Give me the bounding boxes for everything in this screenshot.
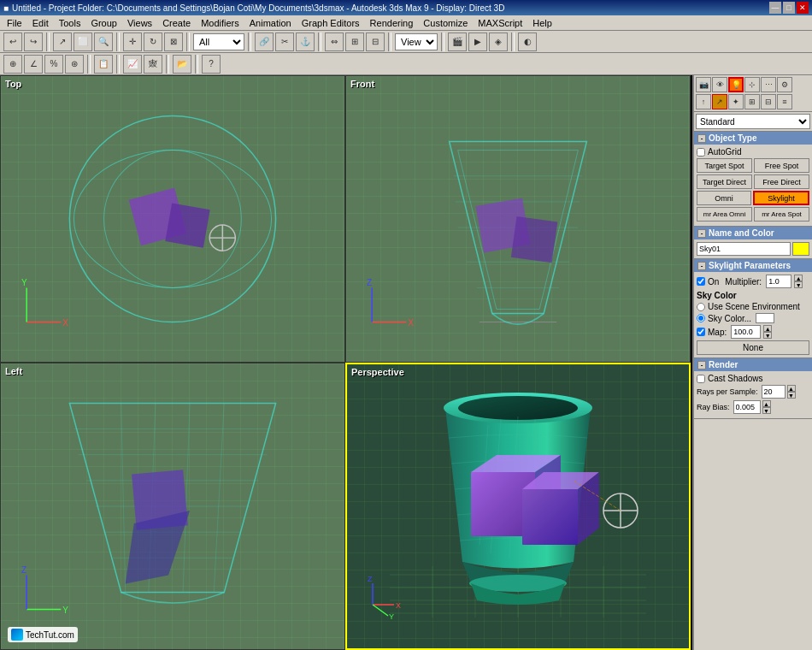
- panel-nav-2[interactable]: ↗: [712, 94, 727, 109]
- sky-color-swatch[interactable]: [756, 313, 774, 323]
- schematic-view-button[interactable]: 🕸: [144, 55, 162, 74]
- rays-down[interactable]: ▼: [787, 392, 796, 399]
- autogrid-checkbox[interactable]: [697, 148, 705, 157]
- menu-help[interactable]: Help: [527, 15, 557, 30]
- menu-edit[interactable]: Edit: [27, 15, 54, 30]
- object-name-input[interactable]: [697, 242, 791, 256]
- skylight-params-header[interactable]: - Skylight Parameters: [694, 259, 812, 272]
- render-collapse[interactable]: -: [697, 361, 706, 369]
- quick-render-button[interactable]: ▶: [468, 32, 487, 51]
- bind-button[interactable]: ⚓: [296, 32, 315, 51]
- object-type-collapse[interactable]: -: [697, 134, 706, 143]
- rays-spinner[interactable]: ▲ ▼: [787, 385, 796, 399]
- menu-tools[interactable]: Tools: [54, 15, 86, 30]
- panel-nav-4[interactable]: ⊞: [744, 94, 760, 109]
- panel-nav-1[interactable]: ↑: [696, 94, 711, 109]
- menu-maxscript[interactable]: MAXScript: [473, 15, 527, 30]
- minimize-button[interactable]: —: [769, 2, 781, 14]
- menu-group[interactable]: Group: [85, 15, 122, 30]
- viewport-top[interactable]: Top X Y: [0, 75, 345, 363]
- panel-nav-6[interactable]: ≡: [777, 94, 792, 109]
- omni-button[interactable]: Omni: [697, 191, 751, 205]
- open-explorer-button[interactable]: 📂: [173, 55, 191, 74]
- map-spinner[interactable]: ▲ ▼: [763, 325, 772, 339]
- menu-create[interactable]: Create: [157, 15, 196, 30]
- redo-button[interactable]: ↪: [24, 32, 43, 51]
- help-button[interactable]: ?: [202, 55, 221, 74]
- menu-file[interactable]: File: [2, 15, 27, 30]
- array-button[interactable]: ⊟: [366, 32, 385, 51]
- filter-dropdown[interactable]: All: [193, 33, 244, 50]
- ray-bias-input[interactable]: [733, 400, 761, 414]
- menu-customize[interactable]: Customize: [418, 15, 473, 30]
- map-up[interactable]: ▲: [763, 325, 772, 332]
- angle-snap-button[interactable]: ∠: [24, 55, 43, 74]
- sky-color-radio[interactable]: [697, 314, 705, 322]
- color-swatch[interactable]: [792, 242, 809, 256]
- rays-input[interactable]: [762, 385, 786, 399]
- free-direct-button[interactable]: Free Direct: [754, 174, 809, 189]
- maximize-button[interactable]: □: [783, 2, 795, 14]
- curve-editor-button[interactable]: 📈: [123, 55, 142, 74]
- menu-rendering[interactable]: Rendering: [365, 15, 419, 30]
- panel-icon-systems[interactable]: ⚙: [777, 77, 792, 92]
- target-direct-button[interactable]: Target Direct: [697, 174, 752, 189]
- viewport-perspective[interactable]: Perspective: [345, 363, 691, 650]
- unlink-button[interactable]: ✂: [275, 32, 294, 51]
- viewport-front[interactable]: Front X: [345, 75, 691, 363]
- map-down[interactable]: ▼: [763, 332, 772, 339]
- active-shade-button[interactable]: ◈: [489, 32, 508, 51]
- snap-toggle-button[interactable]: ⊕: [3, 55, 22, 74]
- select-by-name-button[interactable]: 🔍: [94, 32, 113, 51]
- menu-graph-editors[interactable]: Graph Editors: [297, 15, 365, 30]
- rotate-button[interactable]: ↻: [144, 32, 162, 51]
- target-spot-button[interactable]: Target Spot: [697, 158, 752, 173]
- panel-icon-display[interactable]: 👁: [712, 77, 727, 92]
- rays-up[interactable]: ▲: [787, 385, 796, 392]
- close-button[interactable]: ✕: [797, 2, 809, 14]
- none-button[interactable]: None: [697, 340, 809, 355]
- free-spot-button[interactable]: Free Spot: [754, 158, 809, 173]
- multiplier-spinner[interactable]: ▲ ▼: [794, 275, 803, 288]
- material-editor-button[interactable]: ◐: [518, 32, 537, 51]
- multiplier-input[interactable]: [766, 275, 791, 288]
- select-button[interactable]: ↗: [53, 32, 72, 51]
- mr-area-omni-button[interactable]: mr Area Omni: [697, 207, 752, 222]
- view-dropdown[interactable]: View: [395, 33, 438, 50]
- standard-dropdown[interactable]: Standard: [696, 114, 810, 129]
- ray-bias-down[interactable]: ▼: [762, 407, 771, 414]
- render-header[interactable]: - Render: [694, 358, 812, 371]
- percent-snap-button[interactable]: %: [44, 55, 63, 74]
- ray-bias-spinner[interactable]: ▲ ▼: [762, 400, 771, 414]
- spinner-snap-button[interactable]: ⊛: [65, 55, 84, 74]
- multiplier-down[interactable]: ▼: [794, 281, 803, 288]
- multiplier-up[interactable]: ▲: [794, 275, 803, 281]
- link-button[interactable]: 🔗: [255, 32, 274, 51]
- mr-area-spot-button[interactable]: mr Area Spot: [754, 207, 809, 222]
- cast-shadows-checkbox[interactable]: [697, 375, 705, 383]
- menu-views[interactable]: Views: [122, 15, 157, 30]
- ray-bias-up[interactable]: ▲: [762, 400, 771, 407]
- move-button[interactable]: ✛: [123, 32, 142, 51]
- render-scene-button[interactable]: 🎬: [448, 32, 467, 51]
- undo-button[interactable]: ↩: [3, 32, 22, 51]
- panel-icon-spacewarps[interactable]: ⋯: [761, 77, 776, 92]
- scale-button[interactable]: ⊠: [164, 32, 183, 51]
- menu-modifiers[interactable]: Modifiers: [196, 15, 244, 30]
- object-type-header[interactable]: - Object Type: [694, 132, 812, 145]
- select-region-button[interactable]: ⬜: [74, 32, 92, 51]
- align-button[interactable]: ⊞: [345, 32, 364, 51]
- on-checkbox[interactable]: [697, 277, 705, 286]
- window-controls[interactable]: — □ ✕: [769, 2, 809, 14]
- panel-icon-lights[interactable]: 💡: [728, 77, 744, 92]
- name-color-collapse[interactable]: -: [697, 229, 706, 238]
- name-color-header[interactable]: - Name and Color: [694, 227, 812, 239]
- panel-nav-5[interactable]: ⊟: [761, 94, 776, 109]
- map-checkbox[interactable]: [697, 328, 705, 336]
- panel-icon-helpers[interactable]: ⊹: [744, 77, 760, 92]
- menu-animation[interactable]: Animation: [244, 15, 297, 30]
- panel-nav-3[interactable]: ✦: [728, 94, 744, 109]
- panel-icon-camera[interactable]: 📷: [696, 77, 711, 92]
- viewport-left[interactable]: Left: [0, 363, 345, 650]
- named-selections-button[interactable]: 📋: [94, 55, 113, 74]
